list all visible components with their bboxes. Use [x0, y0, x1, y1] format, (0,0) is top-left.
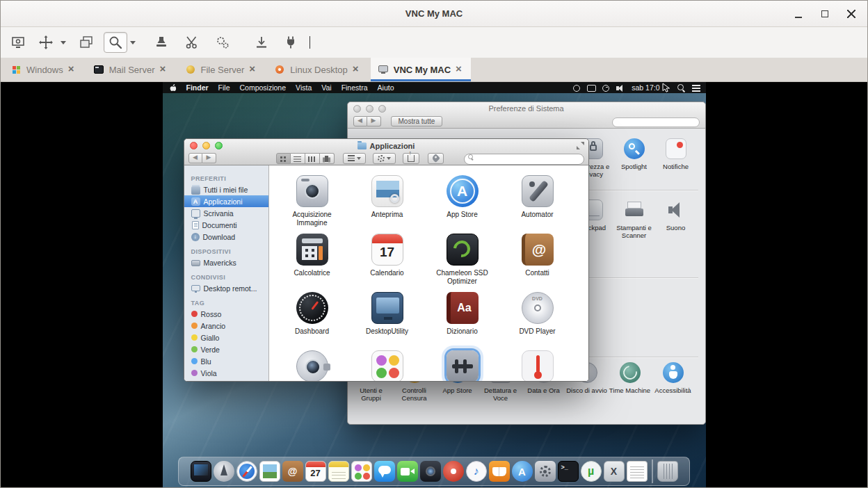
menu-item[interactable]: File — [214, 83, 235, 92]
list-view-button[interactable] — [291, 153, 305, 164]
menu-item[interactable]: Composizione — [235, 83, 291, 92]
tags-button[interactable] — [428, 153, 444, 164]
application-item[interactable]: Chameleon SSD Optimizer — [428, 229, 497, 288]
preference-pane[interactable]: Stampanti e Scanner — [615, 200, 654, 240]
connection-tab[interactable]: File Server — [178, 58, 265, 81]
status-icon[interactable] — [586, 83, 596, 92]
notification-center-icon[interactable] — [692, 85, 700, 92]
dock-item[interactable] — [627, 461, 648, 482]
tab-close-icon[interactable] — [160, 65, 168, 74]
fullscreen-icon[interactable] — [577, 142, 584, 149]
dock-item[interactable] — [604, 461, 625, 482]
resize-options-chevron[interactable] — [58, 32, 69, 53]
arrange-button[interactable] — [343, 153, 366, 164]
sidebar-item[interactable]: Download — [184, 231, 268, 243]
tab-close-icon[interactable] — [456, 65, 464, 74]
application-item[interactable]: 17 Calendario — [353, 229, 422, 288]
close-button[interactable] — [842, 5, 860, 23]
preference-pane[interactable]: Spotlight — [615, 138, 654, 179]
back-button[interactable] — [353, 116, 367, 127]
application-item[interactable] — [353, 346, 422, 381]
dock-item[interactable] — [581, 461, 602, 482]
dock-item[interactable] — [191, 461, 211, 482]
connection-tab[interactable]: VNC My MAC — [371, 58, 471, 81]
sidebar-item[interactable]: Applicazioni — [184, 195, 268, 207]
dock-item[interactable] — [328, 461, 349, 482]
dock-item[interactable] — [397, 461, 418, 482]
vnc-viewport[interactable]: Finder File Composizione Vista Vai Fines… — [1, 82, 867, 487]
dock-item[interactable] — [259, 461, 280, 482]
tab-close-icon[interactable] — [68, 65, 77, 74]
application-item[interactable]: DesktopUtility — [353, 288, 422, 346]
finder-window[interactable]: Applicazioni — [184, 138, 589, 382]
preference-pane[interactable]: Time Machine — [609, 362, 651, 402]
sidebar-item[interactable]: PREFERITI — [184, 174, 268, 184]
sidebar-item[interactable]: Mavericks — [184, 257, 268, 268]
dock-item[interactable] — [214, 461, 234, 482]
send-file-button[interactable] — [250, 32, 273, 53]
menu-item[interactable]: Aiuto — [373, 83, 399, 92]
services-button[interactable] — [211, 32, 234, 53]
sidebar-item[interactable]: Giallo — [184, 332, 268, 343]
stamp-button[interactable] — [150, 32, 173, 53]
application-item[interactable] — [503, 346, 572, 381]
menu-item[interactable]: Vai — [316, 83, 336, 92]
maximize-button[interactable] — [816, 5, 834, 23]
sidebar-item[interactable]: Scrivania — [184, 207, 268, 219]
dock-item[interactable] — [351, 461, 372, 482]
sidebar-item[interactable]: CONDIVISI — [184, 273, 268, 282]
sidebar-item[interactable]: Verde — [184, 343, 268, 355]
coverflow-view-button[interactable] — [320, 153, 335, 164]
sidebar-item[interactable]: DISPOSITIVI — [184, 247, 268, 257]
application-item[interactable]: Contatti — [503, 229, 572, 288]
application-item[interactable] — [278, 346, 347, 381]
dock-item[interactable] — [374, 461, 395, 482]
spotlight-search-icon[interactable] — [677, 83, 686, 92]
forward-button[interactable] — [367, 116, 381, 127]
icon-view-button[interactable] — [276, 153, 291, 164]
forward-button[interactable] — [202, 153, 216, 163]
resize-button[interactable] — [34, 32, 58, 53]
finder-titlebar[interactable]: Applicazioni — [184, 139, 588, 165]
menu-item[interactable]: Finestra — [337, 83, 373, 92]
dock-item[interactable] — [558, 461, 579, 482]
share-button[interactable] — [403, 153, 419, 164]
application-item[interactable]: Anteprima — [353, 171, 422, 229]
sidebar-item[interactable]: Blu — [184, 355, 268, 367]
menu-bar-clock[interactable]: sab 17:0 — [632, 83, 659, 92]
dock-item[interactable] — [282, 461, 303, 482]
preference-pane[interactable]: Suono — [657, 200, 696, 240]
application-item[interactable] — [428, 346, 497, 381]
apple-logo-icon[interactable] — [168, 83, 177, 92]
column-view-button[interactable] — [305, 153, 320, 164]
sidebar-item[interactable]: Desktop remot... — [184, 282, 268, 294]
application-item[interactable]: Dizionario — [428, 288, 497, 346]
disconnect-button[interactable] — [279, 32, 303, 53]
folder-proxy-icon[interactable] — [357, 143, 367, 149]
sidebar-item[interactable]: TAG — [184, 298, 268, 308]
sidebar-item[interactable]: Documenti — [184, 219, 268, 231]
action-button[interactable] — [373, 153, 396, 164]
dock-item[interactable] — [512, 461, 533, 482]
back-button[interactable] — [188, 153, 202, 163]
screenshot-button[interactable] — [6, 32, 30, 53]
connection-tab[interactable]: Windows — [3, 58, 83, 81]
status-icon[interactable] — [616, 83, 625, 92]
dock-item[interactable] — [652, 459, 653, 483]
preference-pane[interactable]: Notifiche — [657, 138, 696, 179]
application-item[interactable]: Automator — [503, 171, 572, 229]
sidebar-item[interactable]: Rosso — [184, 308, 268, 320]
duplicate-window-button[interactable] — [74, 32, 98, 53]
application-item[interactable]: Dashboard — [278, 288, 347, 346]
sidebar-item[interactable]: Viola — [184, 367, 268, 379]
system-preferences-titlebar[interactable]: Preferenze di Sistema Mostra tutte — [348, 102, 705, 129]
system-preferences-search-input[interactable] — [612, 117, 700, 127]
sidebar-item[interactable]: Arancio — [184, 320, 268, 332]
dock-item[interactable] — [535, 461, 556, 482]
finder-search-input[interactable] — [464, 154, 584, 165]
application-item[interactable]: App Store — [428, 171, 497, 229]
connection-tab[interactable]: Mail Server — [86, 58, 175, 81]
connection-tab[interactable]: Linux Desktop — [267, 58, 367, 81]
sidebar-item[interactable]: Tutti i miei file — [184, 184, 268, 195]
show-all-button[interactable]: Mostra tutte — [391, 116, 443, 127]
